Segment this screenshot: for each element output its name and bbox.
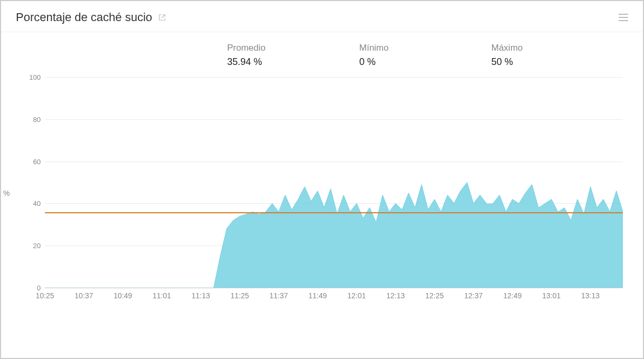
y-tick-label: 80 xyxy=(24,115,41,123)
y-axis-label: % xyxy=(3,189,10,197)
x-tick-label: 10:37 xyxy=(74,291,93,300)
stat-value: 35.94 % xyxy=(227,56,359,68)
y-tick-label: 0 xyxy=(24,284,41,292)
y-tick-label: 20 xyxy=(24,242,41,250)
summary-stats: Promedio 35.94 % Mínimo 0 % Máximo 50 % xyxy=(1,32,643,72)
x-tick-label: 12:37 xyxy=(464,291,483,300)
y-tick-label: 60 xyxy=(24,157,41,165)
x-tick-label: 12:01 xyxy=(347,291,366,300)
stat-label: Máximo xyxy=(491,43,623,53)
stat-value: 50 % xyxy=(491,56,623,68)
x-tick-label: 11:25 xyxy=(230,291,249,300)
x-tick-label: 13:01 xyxy=(542,291,561,300)
chart-area: % 020406080100 10:2510:3710:4911:0111:13… xyxy=(1,72,643,315)
stat-label: Mínimo xyxy=(359,43,491,53)
panel-title: Porcentaje de caché sucio xyxy=(16,11,152,24)
x-tick-label: 12:49 xyxy=(503,291,522,300)
stat-value: 0 % xyxy=(359,56,491,68)
stat-average: Promedio 35.94 % xyxy=(227,43,359,68)
title-group: Porcentaje de caché sucio xyxy=(16,11,166,24)
hamburger-menu-icon[interactable] xyxy=(619,14,628,21)
y-tick-label: 100 xyxy=(24,73,41,81)
x-tick-label: 12:13 xyxy=(386,291,405,300)
x-tick-label: 11:37 xyxy=(269,291,288,300)
open-in-new-icon[interactable] xyxy=(158,14,166,21)
stat-label: Promedio xyxy=(227,43,359,53)
x-tick-label: 13:13 xyxy=(581,291,600,300)
stat-minimum: Mínimo 0 % xyxy=(359,43,491,68)
y-tick-label: 40 xyxy=(24,200,41,207)
x-tick-label: 11:49 xyxy=(309,291,327,300)
chart-panel: Porcentaje de caché sucio Promedio 35.94… xyxy=(0,0,644,359)
x-tick-label: 12:25 xyxy=(425,291,444,300)
area-series xyxy=(45,77,623,288)
panel-header: Porcentaje de caché sucio xyxy=(1,1,643,32)
plot-region[interactable]: 020406080100 xyxy=(45,77,623,288)
x-axis: 10:2510:3710:4911:0111:1311:2511:3711:49… xyxy=(45,288,623,304)
x-tick-label: 11:01 xyxy=(153,291,171,300)
stat-maximum: Máximo 50 % xyxy=(491,43,623,68)
stats-spacer xyxy=(16,43,227,68)
x-tick-label: 10:49 xyxy=(114,291,132,300)
x-tick-label: 11:13 xyxy=(191,291,210,300)
average-line xyxy=(45,212,623,213)
x-tick-label: 10:25 xyxy=(35,291,54,300)
